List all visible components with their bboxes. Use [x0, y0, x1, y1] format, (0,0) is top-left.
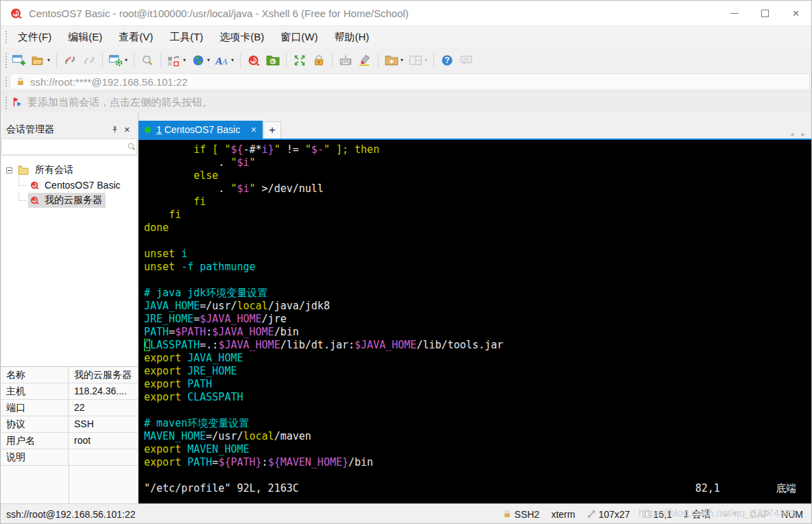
- notice-bar: 要添加当前会话，点击左侧的箭头按钮。: [1, 91, 811, 112]
- xshell-window: { "window": { "title": "CentosOS7 Basic …: [0, 0, 812, 524]
- terminal-line: JRE_HOME=$JAVA_HOME/jre: [144, 313, 811, 326]
- property-value: 22: [69, 400, 138, 416]
- lock-icon: [312, 54, 326, 67]
- search-icon: [127, 142, 136, 152]
- terminal-line: fi: [144, 209, 811, 222]
- xftp-icon: [266, 54, 280, 67]
- fullscreen-button[interactable]: [290, 51, 309, 69]
- tab-scroll-right-icon[interactable]: ▸: [801, 130, 805, 139]
- toolbar-grip[interactable]: [4, 51, 8, 69]
- open-session-button[interactable]: ▾: [29, 51, 53, 69]
- session-tree-root[interactable]: 所有会话: [1, 163, 137, 178]
- menu-item-tab[interactable]: 选项卡(B): [211, 28, 272, 47]
- collapse-expander-icon[interactable]: [6, 167, 12, 174]
- arrange-transfer-icon: [167, 54, 181, 67]
- search-icon: [141, 54, 154, 67]
- property-label: 用户名: [1, 433, 69, 449]
- tile-layout-icon: [409, 54, 422, 67]
- globe-icon: [191, 54, 205, 67]
- help-button[interactable]: ?: [438, 51, 457, 69]
- xshell-button[interactable]: [244, 51, 263, 69]
- disconnect-button[interactable]: [60, 51, 80, 69]
- terminal-line: # maven环境变量设置: [144, 417, 811, 430]
- menu-item-window[interactable]: 窗口(W): [272, 28, 326, 47]
- toolbar: ▾ ▾ ▾ ▾ AA▾ ▾ ▾ ?: [1, 48, 811, 72]
- xftp-button[interactable]: [263, 51, 283, 69]
- property-label: 协议: [1, 416, 69, 432]
- status-address: ssh://root@192.168.56.101:22: [6, 509, 136, 520]
- virtual-keyboard-button[interactable]: [336, 51, 355, 69]
- reconnect-button[interactable]: [80, 51, 99, 69]
- session-item[interactable]: CentosOS7 Basic: [1, 178, 137, 193]
- new-tab-button[interactable]: +: [263, 121, 281, 139]
- terminal-line: fi: [144, 195, 811, 209]
- chevron-down-icon: ▾: [401, 57, 403, 63]
- terminal-line: export PATH=${PATH}:${MAVEN_HOME}/bin: [144, 456, 811, 469]
- menu-item-view[interactable]: 查看(V): [110, 28, 161, 47]
- maximize-button[interactable]: [750, 1, 780, 25]
- tree-connector: [19, 193, 27, 201]
- svg-text:A: A: [215, 54, 222, 66]
- notice-bar-grip[interactable]: [4, 95, 8, 109]
- session-search-input[interactable]: [2, 142, 127, 152]
- menu-item-tools[interactable]: 工具(T): [161, 28, 211, 47]
- terminal-line: [144, 404, 811, 417]
- chevron-down-icon: ▾: [231, 57, 234, 63]
- toolbar-separator: [433, 53, 434, 67]
- tab-scroll-left-icon[interactable]: ◂: [790, 130, 794, 139]
- menu-bar: 文件(F)编辑(E)查看(V)工具(T)选项卡(B)窗口(W)帮助(H): [1, 26, 811, 48]
- menu-item-help[interactable]: 帮助(H): [326, 28, 377, 47]
- property-row: 名称我的云服务器: [1, 367, 138, 383]
- terminal-line: unset i: [144, 248, 811, 261]
- toolbar-separator: [102, 53, 103, 67]
- close-button[interactable]: ×: [780, 1, 811, 25]
- status-caps-indicator: CAP: [750, 509, 769, 520]
- arrow-down-icon: ▼: [731, 510, 738, 518]
- lock-screen-button[interactable]: [309, 51, 329, 69]
- tab-strip: 1 CentosOS7 Basic × + ◂ ▸: [139, 121, 811, 139]
- terminal-line: [144, 469, 811, 482]
- toolbar-separator: [240, 53, 241, 67]
- address-bar-grip[interactable]: [4, 75, 8, 88]
- tab-close-icon[interactable]: ×: [251, 124, 256, 135]
- highlighter-button[interactable]: [355, 51, 374, 69]
- terminal-line: [144, 274, 811, 287]
- new-session-button[interactable]: [10, 51, 29, 69]
- terminal-line: "/etc/profile" 92L, 2163C 82,1 底端: [144, 482, 811, 495]
- property-row: 主机118.24.36....: [1, 383, 138, 400]
- terminal-line: done: [144, 222, 811, 235]
- menu-item-edit[interactable]: 编辑(E): [60, 28, 110, 47]
- minimize-button[interactable]: [719, 1, 750, 25]
- feedback-button[interactable]: [457, 51, 476, 69]
- address-field[interactable]: ssh://root:****@192.168.56.101:22: [10, 73, 810, 90]
- status-session-count: 1 会话: [684, 508, 711, 521]
- address-url: ssh://root:****@192.168.56.101:22: [30, 76, 188, 88]
- terminal-line: export JAVA_HOME: [144, 352, 811, 365]
- terminal-line: unset -f pathmunge: [144, 261, 811, 274]
- notice-text: 要添加当前会话，点击左侧的箭头按钮。: [27, 96, 213, 109]
- add-session-flag-icon: [12, 97, 23, 108]
- terminal-screen[interactable]: if [ "${-#*i}" != "$-" ]; then . "$i" el…: [139, 140, 811, 503]
- close-panel-button[interactable]: ×: [121, 124, 133, 135]
- property-row: 用户名root: [1, 433, 138, 449]
- main-area: 会话管理器 × 所有会话 CentosOS7 Basic我的云服务器 名称我的云…: [1, 112, 811, 503]
- cursor-position-icon: [642, 510, 651, 519]
- session-properties-icon: [109, 54, 123, 67]
- find-button[interactable]: [138, 51, 157, 69]
- status-bar: ssh://root@192.168.56.101:22 SSH2 xterm …: [1, 503, 811, 524]
- menu-item-file[interactable]: 文件(F): [10, 28, 60, 47]
- open-folder-icon: [32, 54, 45, 67]
- session-tree: 所有会话 CentosOS7 Basic我的云服务器: [1, 156, 137, 366]
- tab-centosos7-basic[interactable]: 1 CentosOS7 Basic ×: [139, 121, 263, 139]
- web-browser-button[interactable]: ▾: [189, 51, 213, 69]
- pin-panel-button[interactable]: [108, 126, 121, 134]
- property-grid-filler: [1, 466, 138, 503]
- fonts-button[interactable]: AA▾: [213, 51, 237, 69]
- arrange-transfer-button[interactable]: ▾: [165, 51, 189, 69]
- new-file-button[interactable]: ▾: [382, 51, 406, 69]
- menu-bar-grip[interactable]: [4, 29, 8, 45]
- session-item[interactable]: 我的云服务器: [1, 193, 137, 208]
- terminal-line: PATH=$PATH:$JAVA_HOME/bin: [144, 326, 811, 339]
- session-properties-button[interactable]: ▾: [106, 51, 130, 69]
- tile-layout-button[interactable]: ▾: [406, 51, 430, 69]
